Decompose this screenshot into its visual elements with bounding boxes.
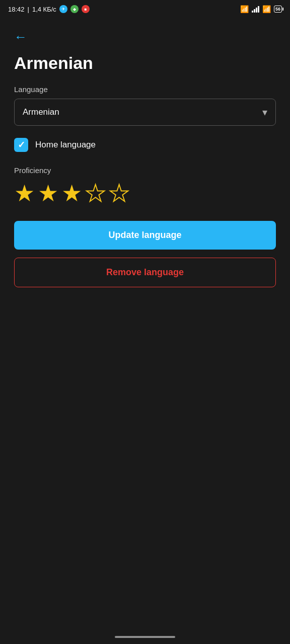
status-bar: 18:42 | 1,4 КБ/с ✈ ◆ ■ 📶 📶 56 — [0, 0, 290, 18]
proficiency-stars: ★ ★ ★ ★ ★ — [14, 182, 276, 205]
language-dropdown[interactable]: Armenian ▾ — [14, 99, 276, 126]
language-selected-value: Armenian — [23, 107, 59, 117]
status-right: 📶 📶 56 — [240, 5, 282, 13]
back-button[interactable]: ← — [14, 26, 27, 47]
time-display: 18:42 — [8, 6, 25, 13]
star-3[interactable]: ★ — [61, 182, 82, 205]
signal-bars — [252, 6, 259, 13]
data-speed-value: 1,4 КБ/с — [32, 6, 56, 13]
status-left: 18:42 | 1,4 КБ/с ✈ ◆ ■ — [8, 5, 90, 13]
star-5[interactable]: ★ — [109, 182, 129, 205]
main-content: ← Armenian Language Armenian ▾ ✓ Home la… — [0, 18, 290, 295]
star-4[interactable]: ★ — [85, 182, 106, 205]
star-1[interactable]: ★ — [14, 182, 35, 205]
telegram-icon: ✈ — [59, 5, 67, 13]
home-indicator — [115, 636, 175, 638]
checkmark-icon: ✓ — [18, 140, 25, 149]
bluetooth-icon: 📶 — [240, 5, 249, 13]
dropdown-chevron-icon: ▾ — [262, 106, 267, 118]
home-language-label: Home language — [35, 140, 96, 150]
proficiency-label: Proficiency — [14, 166, 276, 175]
app-icon-green: ◆ — [70, 5, 79, 13]
battery-indicator: 56 — [274, 6, 282, 13]
remove-language-button[interactable]: Remove language — [14, 258, 276, 287]
data-speed: | — [28, 6, 29, 13]
home-language-checkbox[interactable]: ✓ — [14, 138, 28, 152]
wifi-icon: 📶 — [262, 5, 271, 13]
app-icon-red: ■ — [82, 5, 90, 13]
star-2[interactable]: ★ — [38, 182, 58, 205]
home-language-row: ✓ Home language — [14, 138, 276, 152]
language-label: Language — [14, 85, 276, 94]
page-title: Armenian — [14, 53, 276, 73]
back-arrow-icon: ← — [14, 30, 27, 43]
update-language-button[interactable]: Update language — [14, 221, 276, 250]
